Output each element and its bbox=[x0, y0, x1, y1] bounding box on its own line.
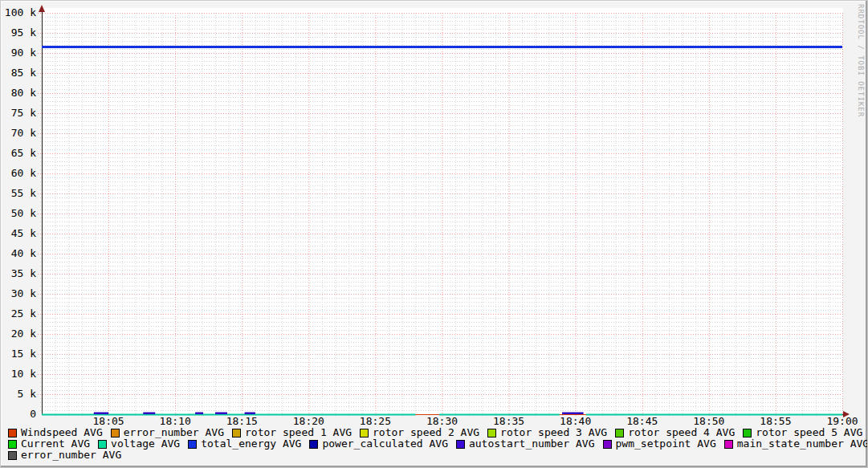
rrd-graph: 05 k10 k15 k20 k25 k30 k35 k40 k45 k50 k… bbox=[0, 0, 868, 468]
legend-item: error_number AVG bbox=[111, 427, 224, 438]
legend-label: error_number AVG bbox=[124, 427, 224, 438]
legend-swatch bbox=[456, 440, 465, 449]
y-tick-label: 65 k bbox=[11, 147, 36, 159]
legend-row: Windspeed AVGerror_number AVGrotor speed… bbox=[8, 427, 864, 438]
y-tick-label: 45 k bbox=[11, 227, 36, 239]
legend-item: rotor speed 5 AVG bbox=[743, 427, 862, 438]
watermark: RRDTOOL / TOBI OETIKER bbox=[857, 4, 865, 117]
legend-row: error_number AVG bbox=[8, 450, 864, 461]
legend-swatch bbox=[615, 429, 624, 437]
x-tick-label: 18:45 bbox=[626, 415, 658, 427]
legend: Windspeed AVGerror_number AVGrotor speed… bbox=[8, 427, 864, 461]
legend-swatch bbox=[360, 429, 369, 437]
legend-label: main_state_number AVG bbox=[737, 438, 868, 450]
legend-item: main_state_number AVG bbox=[724, 438, 868, 450]
x-tick-label: 18:25 bbox=[360, 415, 391, 427]
legend-label: rotor speed 3 AVG bbox=[500, 427, 607, 438]
legend-item: total_energy AVG bbox=[188, 438, 301, 450]
x-tick-label: 18:50 bbox=[693, 415, 724, 427]
y-tick-label: 60 k bbox=[11, 167, 36, 179]
legend-item: Windspeed AVG bbox=[8, 427, 103, 438]
legend-swatch bbox=[487, 429, 496, 437]
x-tick-label: 18:15 bbox=[226, 415, 258, 427]
legend-swatch bbox=[309, 440, 318, 449]
legend-item: rotor speed 4 AVG bbox=[615, 427, 735, 438]
x-tick-label: 18:05 bbox=[93, 415, 124, 427]
x-tick-label: 18:10 bbox=[160, 415, 191, 427]
y-tick-label: 5 k bbox=[18, 388, 37, 400]
y-tick-label: 20 k bbox=[11, 328, 36, 340]
legend-label: rotor speed 2 AVG bbox=[373, 427, 479, 438]
legend-item: Current AVG bbox=[8, 438, 90, 450]
y-tick-label: 70 k bbox=[11, 127, 36, 139]
legend-item: rotor speed 2 AVG bbox=[360, 427, 479, 438]
legend-item: power_calculated AVG bbox=[309, 438, 448, 450]
legend-row: Current AVGvoltage AVGtotal_energy AVGpo… bbox=[8, 438, 864, 450]
legend-swatch bbox=[603, 440, 612, 449]
legend-label: Windspeed AVG bbox=[21, 427, 103, 438]
legend-swatch bbox=[8, 440, 17, 449]
legend-swatch bbox=[743, 429, 752, 437]
x-tick-label: 18:20 bbox=[293, 415, 324, 427]
legend-label: rotor speed 4 AVG bbox=[628, 427, 735, 438]
legend-label: error_number AVG bbox=[21, 450, 121, 461]
legend-item: rotor speed 3 AVG bbox=[487, 427, 607, 438]
y-tick-label: 10 k bbox=[11, 368, 36, 380]
legend-label: voltage AVG bbox=[111, 438, 180, 450]
y-tick-label: 80 k bbox=[11, 87, 36, 99]
legend-item: autostart_number AVG bbox=[456, 438, 595, 450]
x-tick-label: 18:30 bbox=[426, 415, 458, 427]
y-tick-label: 30 k bbox=[11, 287, 36, 299]
legend-swatch bbox=[98, 440, 107, 449]
y-tick-label: 90 k bbox=[11, 47, 36, 59]
y-tick-label: 35 k bbox=[11, 267, 36, 279]
legend-label: power_calculated AVG bbox=[322, 438, 448, 450]
y-tick-label: 50 k bbox=[11, 207, 36, 219]
legend-item: error_number AVG bbox=[8, 450, 121, 461]
y-tick-label: 95 k bbox=[11, 26, 36, 39]
y-tick-label: 75 k bbox=[11, 107, 36, 119]
y-tick-label: 15 k bbox=[11, 348, 36, 360]
legend-label: Current AVG bbox=[21, 438, 90, 450]
legend-label: autostart_number AVG bbox=[469, 438, 595, 450]
y-tick-label: 25 k bbox=[11, 307, 36, 319]
y-tick-label: 0 bbox=[30, 408, 36, 420]
legend-swatch bbox=[724, 440, 733, 449]
x-tick-label: 18:40 bbox=[560, 415, 591, 427]
legend-swatch bbox=[188, 440, 197, 449]
legend-item: pwm_setpoint AVG bbox=[603, 438, 716, 450]
legend-label: pwm_setpoint AVG bbox=[616, 438, 716, 450]
legend-label: rotor speed 5 AVG bbox=[756, 427, 862, 438]
legend-label: rotor speed 1 AVG bbox=[245, 427, 352, 438]
legend-swatch bbox=[111, 429, 120, 437]
legend-item: voltage AVG bbox=[98, 438, 180, 450]
y-tick-label: 85 k bbox=[11, 67, 36, 79]
y-tick-label: 100 k bbox=[5, 6, 36, 18]
y-tick-label: 40 k bbox=[11, 247, 36, 259]
legend-item: rotor speed 1 AVG bbox=[232, 427, 352, 438]
x-tick-label: 19:00 bbox=[826, 415, 858, 427]
x-tick-label: 18:55 bbox=[760, 415, 791, 427]
legend-swatch bbox=[8, 451, 17, 460]
legend-swatch bbox=[232, 429, 241, 437]
x-tick-label: 18:35 bbox=[493, 415, 524, 427]
legend-label: total_energy AVG bbox=[201, 438, 301, 450]
legend-swatch bbox=[8, 429, 17, 437]
y-tick-label: 55 k bbox=[11, 187, 36, 199]
plot-svg: 05 k10 k15 k20 k25 k30 k35 k40 k45 k50 k… bbox=[1, 1, 868, 427]
